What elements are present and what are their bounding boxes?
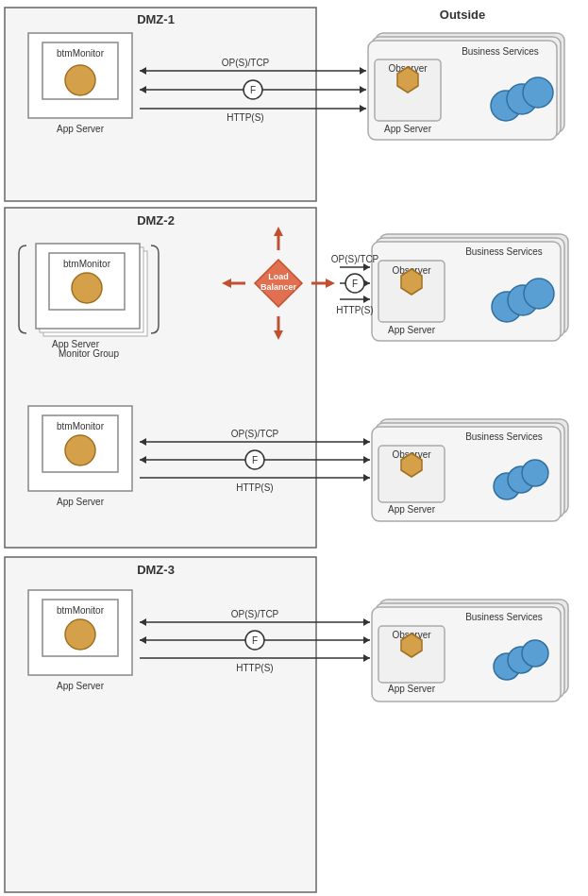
svg-marker-21 <box>140 67 146 75</box>
svg-point-68 <box>345 274 364 293</box>
svg-rect-54 <box>372 242 561 341</box>
svg-text:Observer: Observer <box>392 449 431 460</box>
svg-point-88 <box>522 460 548 486</box>
svg-rect-101 <box>5 557 316 892</box>
svg-text:App Server: App Server <box>388 504 436 515</box>
svg-point-16 <box>491 91 521 121</box>
svg-marker-45 <box>274 330 283 340</box>
svg-text:Outside: Outside <box>440 8 485 22</box>
svg-point-106 <box>65 619 95 650</box>
svg-rect-7 <box>376 33 564 132</box>
svg-point-18 <box>523 77 553 108</box>
svg-marker-47 <box>222 279 231 288</box>
svg-text:App Server: App Server <box>384 124 432 134</box>
svg-rect-8 <box>372 37 561 136</box>
svg-text:HTTP(S): HTTP(S) <box>236 482 273 493</box>
svg-text:btmMonitor: btmMonitor <box>63 259 111 269</box>
svg-marker-90 <box>363 438 370 446</box>
svg-marker-49 <box>326 279 335 288</box>
svg-text:Business Services: Business Services <box>465 246 543 257</box>
svg-text:DMZ-1: DMZ-1 <box>137 12 175 26</box>
svg-point-60 <box>492 292 522 322</box>
svg-point-76 <box>65 435 95 465</box>
svg-marker-114 <box>401 634 422 657</box>
svg-marker-29 <box>360 105 366 112</box>
svg-rect-52 <box>379 234 568 333</box>
svg-rect-82 <box>378 446 445 502</box>
svg-text:F: F <box>352 279 358 289</box>
svg-rect-34 <box>40 247 143 332</box>
svg-rect-31 <box>5 208 316 548</box>
svg-marker-91 <box>140 438 146 446</box>
svg-marker-25 <box>140 86 146 93</box>
svg-rect-56 <box>378 261 445 322</box>
svg-text:Business Services: Business Services <box>462 46 539 57</box>
svg-marker-95 <box>140 456 146 464</box>
svg-rect-73 <box>28 406 132 491</box>
svg-rect-103 <box>28 590 132 675</box>
svg-marker-20 <box>360 67 366 75</box>
svg-text:App Server: App Server <box>52 339 100 349</box>
svg-point-96 <box>245 450 264 469</box>
svg-marker-58 <box>401 269 422 295</box>
svg-rect-3 <box>42 42 118 99</box>
svg-marker-14 <box>397 67 418 93</box>
svg-marker-43 <box>274 227 283 236</box>
svg-rect-9 <box>368 41 557 140</box>
svg-marker-67 <box>363 279 370 287</box>
svg-marker-41 <box>255 260 302 307</box>
svg-point-62 <box>524 279 554 309</box>
svg-text:Observer: Observer <box>388 63 428 74</box>
svg-text:Business Services: Business Services <box>465 612 543 622</box>
svg-text:btmMonitor: btmMonitor <box>57 48 105 59</box>
svg-point-118 <box>522 640 548 667</box>
svg-point-26 <box>244 80 262 99</box>
svg-point-5 <box>65 65 95 95</box>
svg-rect-0 <box>5 8 316 201</box>
svg-marker-124 <box>363 636 370 644</box>
svg-text:DMZ-3: DMZ-3 <box>137 563 175 577</box>
svg-point-117 <box>508 647 534 673</box>
svg-text:HTTP(S): HTTP(S) <box>227 112 263 123</box>
svg-text:HTTP(S): HTTP(S) <box>236 663 273 673</box>
svg-rect-110 <box>372 607 561 702</box>
svg-text:App Server: App Server <box>388 325 436 335</box>
svg-text:Load: Load <box>268 272 289 281</box>
svg-marker-94 <box>363 456 370 464</box>
svg-text:Balancer: Balancer <box>260 282 297 292</box>
svg-text:App Server: App Server <box>57 124 105 134</box>
svg-rect-35 <box>36 244 140 329</box>
svg-marker-129 <box>363 654 370 662</box>
svg-text:OP(S)/TCP: OP(S)/TCP <box>331 254 379 264</box>
svg-text:OP(S)/TCP: OP(S)/TCP <box>231 609 279 619</box>
svg-point-17 <box>507 84 537 114</box>
svg-rect-2 <box>28 33 132 118</box>
svg-text:App Server: App Server <box>57 681 105 691</box>
svg-text:DMZ-2: DMZ-2 <box>137 213 175 228</box>
svg-rect-12 <box>375 59 441 121</box>
svg-text:F: F <box>252 635 258 646</box>
svg-marker-99 <box>363 474 370 482</box>
svg-rect-33 <box>43 251 147 336</box>
svg-marker-24 <box>360 86 366 93</box>
svg-text:F: F <box>252 455 258 465</box>
svg-rect-108 <box>379 600 568 694</box>
main-diagram: DMZ-1 btmMonitor App Server Outside Busi… <box>0 0 588 896</box>
svg-text:Business Services: Business Services <box>465 431 543 442</box>
svg-rect-104 <box>42 600 118 656</box>
svg-text:Monitor Group: Monitor Group <box>59 348 119 359</box>
svg-point-87 <box>508 466 534 493</box>
svg-marker-84 <box>401 453 422 477</box>
svg-rect-79 <box>376 423 564 517</box>
svg-marker-120 <box>363 618 370 626</box>
svg-text:btmMonitor: btmMonitor <box>57 605 105 616</box>
svg-text:OP(S)/TCP: OP(S)/TCP <box>231 429 279 439</box>
diagram-svg: DMZ-1 btmMonitor App Server Outside Busi… <box>0 0 588 896</box>
svg-rect-74 <box>42 415 118 472</box>
svg-rect-78 <box>379 419 568 514</box>
svg-point-38 <box>72 273 102 303</box>
svg-marker-64 <box>363 263 370 271</box>
svg-text:OP(S)/TCP: OP(S)/TCP <box>222 58 270 68</box>
svg-point-126 <box>245 631 264 650</box>
svg-text:F: F <box>250 85 256 95</box>
